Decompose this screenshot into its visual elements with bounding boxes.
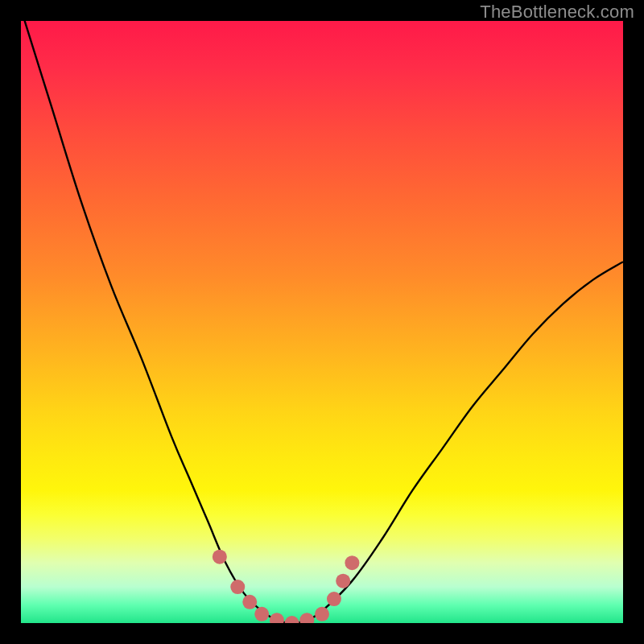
curve-marker bbox=[230, 580, 245, 594]
bottleneck-curve bbox=[21, 21, 623, 623]
curve-marker bbox=[345, 555, 359, 570]
curve-svg bbox=[21, 21, 623, 623]
curve-marker bbox=[254, 607, 269, 621]
curve-marker bbox=[315, 607, 329, 621]
plot-area bbox=[21, 21, 623, 623]
curve-marker bbox=[213, 550, 227, 564]
marker-group bbox=[213, 550, 360, 623]
curve-marker bbox=[285, 616, 299, 623]
curve-marker bbox=[242, 595, 257, 609]
chart-frame: TheBottleneck.com bbox=[0, 0, 644, 644]
curve-marker bbox=[270, 613, 284, 623]
curve-marker bbox=[299, 613, 314, 623]
curve-marker bbox=[327, 592, 341, 606]
watermark-text: TheBottleneck.com bbox=[480, 2, 634, 23]
curve-marker bbox=[336, 574, 350, 588]
